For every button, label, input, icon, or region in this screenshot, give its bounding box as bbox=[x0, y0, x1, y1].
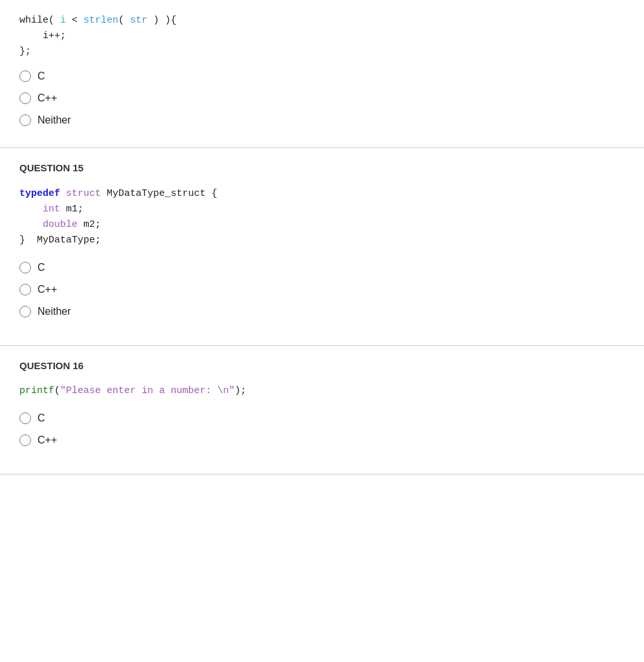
option-label: C bbox=[38, 260, 45, 275]
question-16-header: QUESTION 16 bbox=[19, 359, 625, 374]
top-options-list: C C++ Neither bbox=[19, 69, 625, 128]
option-label: C bbox=[38, 69, 45, 84]
q15-radio-c[interactable] bbox=[19, 262, 31, 273]
radio-cpp-top[interactable] bbox=[19, 92, 31, 104]
q16-options-list: C C++ bbox=[19, 411, 625, 448]
q16-radio-c[interactable] bbox=[19, 412, 31, 424]
q16-code-block: printf("Please enter in a number: \n"); bbox=[19, 383, 625, 399]
question-15-header: QUESTION 15 bbox=[19, 161, 625, 176]
option-label: Neither bbox=[38, 112, 71, 128]
q15-option-c: C bbox=[19, 260, 625, 275]
q15-options-list: C C++ Neither bbox=[19, 260, 625, 319]
option-label: C bbox=[38, 411, 45, 426]
option-cpp-top: C++ bbox=[19, 91, 625, 106]
radio-neither-top[interactable] bbox=[19, 114, 31, 126]
option-label: Neither bbox=[38, 304, 71, 319]
top-code-section: while( i < strlen( str ) ){ i++; }; C C+… bbox=[0, 0, 644, 148]
option-c-top: C bbox=[19, 69, 625, 84]
q16-option-cpp: C++ bbox=[19, 432, 625, 448]
q15-code-block: typedef struct MyDataType_struct { int m… bbox=[19, 186, 625, 248]
q15-radio-cpp[interactable] bbox=[19, 284, 31, 295]
top-code-block: while( i < strlen( str ) ){ i++; }; bbox=[19, 13, 625, 59]
q15-option-neither: Neither bbox=[19, 304, 625, 319]
q16-radio-cpp[interactable] bbox=[19, 434, 31, 446]
option-label: C++ bbox=[38, 282, 57, 297]
q15-radio-neither[interactable] bbox=[19, 306, 31, 317]
radio-c-top[interactable] bbox=[19, 70, 31, 82]
question-16-section: QUESTION 16 printf("Please enter in a nu… bbox=[0, 346, 644, 475]
question-15-section: QUESTION 15 typedef struct MyDataType_st… bbox=[0, 148, 644, 346]
option-neither-top: Neither bbox=[19, 112, 625, 128]
option-label: C++ bbox=[38, 432, 57, 448]
option-label: C++ bbox=[38, 91, 57, 106]
page-container: while( i < strlen( str ) ){ i++; }; C C+… bbox=[0, 0, 644, 662]
q15-option-cpp: C++ bbox=[19, 282, 625, 297]
q16-option-c: C bbox=[19, 411, 625, 426]
